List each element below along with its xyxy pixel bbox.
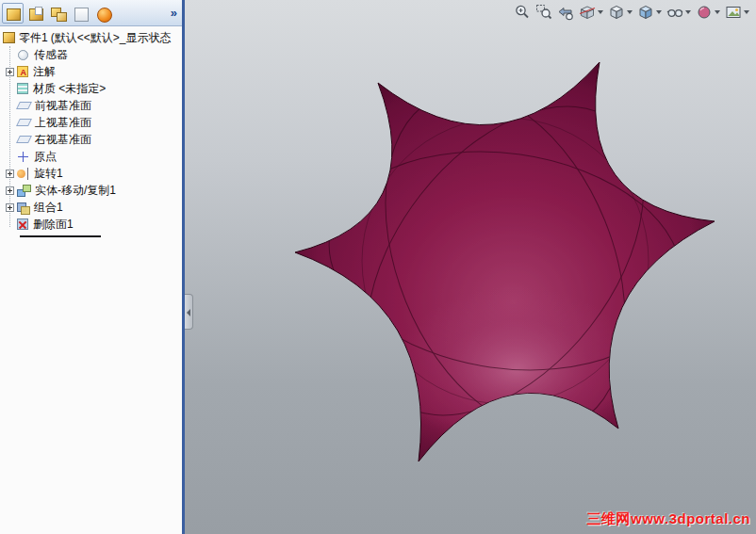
tree-item-origin[interactable]: 原点 [0, 148, 182, 165]
panel-toolbar-buttons [2, 3, 115, 24]
zoom-area-icon[interactable] [534, 3, 553, 22]
tree-item-label: 原点 [34, 149, 57, 165]
section-view-icon[interactable] [578, 3, 604, 22]
tree-item-revolve1[interactable]: 旋转1 [0, 165, 182, 182]
tree-item-label: 删除面1 [33, 217, 74, 233]
part-icon [3, 32, 15, 43]
origin-icon [17, 151, 29, 163]
tree-item-label: 注解 [33, 64, 56, 80]
expand-plus-icon[interactable] [6, 68, 14, 76]
feature-tree-items: 传感器注解材质 <未指定>前视基准面上视基准面右视基准面原点旋转1实体-移动/复… [0, 46, 182, 233]
delete-face1-icon [17, 218, 28, 230]
indent-spacer [6, 85, 14, 93]
scene-icon[interactable] [724, 3, 750, 22]
indent-spacer [6, 153, 14, 161]
hud-toolbar [513, 3, 750, 22]
assembly-document-icon[interactable] [47, 3, 69, 24]
top-plane-icon [16, 119, 32, 126]
feature-manager-panel: » 零件1 (默认<<默认>_显示状态 传感器注解材质 <未指定>前视基准面上视… [0, 0, 182, 534]
feature-tree: 零件1 (默认<<默认>_显示状态 传感器注解材质 <未指定>前视基准面上视基准… [0, 26, 182, 534]
solidworks-window: » 零件1 (默认<<默认>_显示状态 传感器注解材质 <未指定>前视基准面上视… [0, 0, 756, 534]
front-plane-icon [16, 102, 32, 109]
panel-toolbar: » [0, 0, 182, 26]
tree-item-right-plane[interactable]: 右视基准面 [0, 131, 182, 148]
revolve1-icon [17, 168, 30, 180]
part-document-icon[interactable] [2, 3, 24, 24]
dropdown-caret-icon[interactable] [627, 10, 633, 14]
graphics-viewport[interactable]: 三维网www.3dportal.cn [185, 0, 756, 534]
tree-item-sensors[interactable]: 传感器 [0, 46, 182, 63]
tree-root-config-suffix: (默认<<默认>_显示状态 [51, 30, 172, 46]
indent-spacer [6, 102, 14, 110]
dropdown-caret-icon[interactable] [744, 10, 749, 14]
previous-view-icon[interactable] [556, 3, 575, 22]
model-surface[interactable] [185, 0, 756, 534]
view-orientation-icon[interactable] [607, 3, 633, 22]
tree-item-material[interactable]: 材质 <未指定> [0, 80, 182, 97]
tree-item-label: 前视基准面 [35, 98, 91, 114]
indent-spacer [6, 136, 14, 144]
tree-item-label: 组合1 [34, 200, 63, 216]
tree-root-label: 零件1 [19, 30, 48, 46]
tree-item-label: 材质 <未指定> [33, 81, 106, 97]
indent-spacer [6, 51, 14, 59]
tree-item-label: 上视基准面 [35, 115, 91, 131]
rollback-bar[interactable] [20, 235, 101, 237]
annotations-icon [17, 66, 28, 77]
toolbar-overflow-chevron[interactable]: » [171, 6, 177, 20]
indent-spacer [6, 220, 14, 229]
dropdown-caret-icon[interactable] [656, 10, 662, 14]
tree-item-label: 传感器 [34, 47, 68, 63]
dropdown-caret-icon[interactable] [685, 10, 691, 14]
tree-item-combine1[interactable]: 组合1 [0, 199, 182, 216]
hide-show-icon[interactable] [666, 3, 692, 22]
tree-item-front-plane[interactable]: 前视基准面 [0, 97, 182, 114]
expand-plus-icon[interactable] [6, 203, 14, 212]
tree-item-delete-face1[interactable]: 删除面1 [0, 216, 182, 233]
sensors-icon [18, 50, 28, 60]
dropdown-caret-icon[interactable] [715, 10, 720, 14]
tree-item-annotations[interactable]: 注解 [0, 63, 182, 80]
tree-item-label: 实体-移动/复制1 [35, 183, 116, 199]
tree-item-label: 右视基准面 [35, 132, 91, 148]
dropdown-caret-icon[interactable] [598, 10, 603, 14]
expand-plus-icon[interactable] [6, 186, 14, 195]
solidworks-resources-icon[interactable] [92, 3, 114, 24]
zoom-in-out-icon[interactable] [513, 3, 532, 22]
tree-item-label: 旋转1 [34, 166, 63, 182]
display-style-icon[interactable] [636, 3, 663, 22]
expand-plus-icon[interactable] [6, 170, 14, 178]
tree-root-item[interactable]: 零件1 (默认<<默认>_显示状态 [0, 29, 182, 46]
move-copy1-icon [17, 185, 31, 197]
tree-item-top-plane[interactable]: 上视基准面 [0, 114, 182, 131]
appearance-icon[interactable] [695, 3, 721, 22]
drawing-document-icon[interactable] [70, 3, 91, 24]
open-document-icon[interactable] [25, 3, 46, 24]
tree-item-move-copy1[interactable]: 实体-移动/复制1 [0, 182, 182, 199]
combine1-icon [17, 202, 30, 214]
watermark-text: 三维网www.3dportal.cn [587, 510, 750, 528]
material-icon [17, 83, 28, 94]
right-plane-icon [16, 136, 32, 143]
panel-collapse-tab[interactable] [185, 294, 193, 330]
indent-spacer [6, 119, 14, 127]
